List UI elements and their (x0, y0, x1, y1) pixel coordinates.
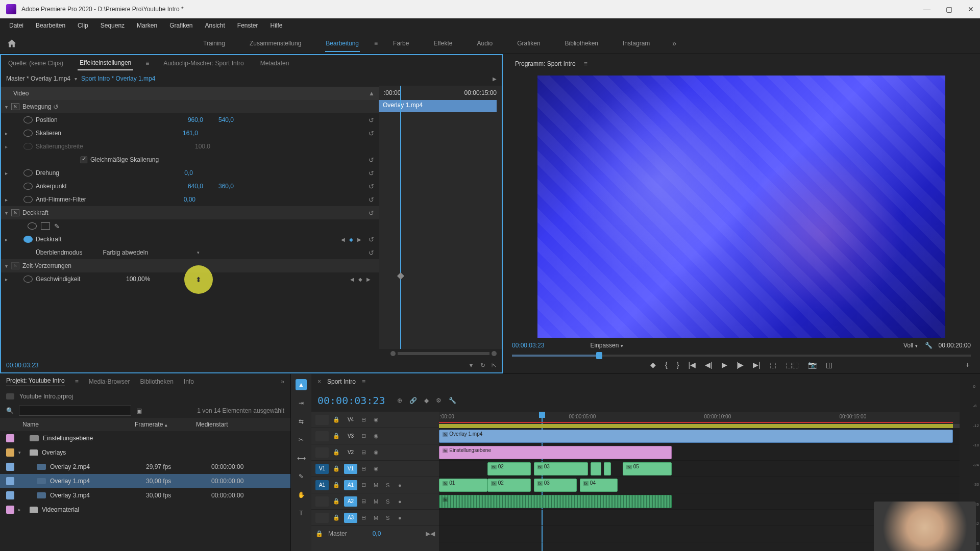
workspace-grafiken[interactable]: Grafiken (505, 36, 552, 51)
solo-a1[interactable]: S (386, 482, 394, 488)
target-a3[interactable]: A3 (344, 513, 357, 523)
fx-badge-time[interactable]: fx (11, 262, 19, 269)
clip-v1-02[interactable]: fx02 (487, 479, 531, 492)
disclosure-rotation[interactable]: ▸ (1, 170, 11, 176)
reset-opacity[interactable]: ↺ (366, 236, 376, 243)
position-x[interactable]: 960,0 (188, 116, 203, 123)
uniform-scale-checkbox[interactable] (81, 157, 87, 163)
anchor-y[interactable]: 360,0 (218, 183, 234, 190)
slip-tool-icon[interactable]: ⟷ (296, 453, 307, 464)
tab-audio-mixer[interactable]: Audioclip-Mischer: Sport Intro (161, 57, 246, 70)
go-in-icon[interactable]: |◀ (688, 361, 696, 369)
timeline-timecode[interactable]: 00:00:03:23 (317, 394, 385, 407)
type-tool-icon[interactable]: T (296, 508, 307, 519)
tab-menu-icon[interactable]: ≡ (145, 60, 149, 67)
workspace-bibliotheken[interactable]: Bibliotheken (553, 36, 610, 51)
kf-add-opacity[interactable]: ◆ (348, 237, 354, 242)
tab-libraries[interactable]: Bibliotheken (140, 378, 173, 385)
lift-icon[interactable]: ⬚ (770, 361, 776, 369)
disclosure-time-remap[interactable]: ▾ (1, 263, 11, 269)
label-swatch[interactable] (6, 463, 14, 471)
source-v1[interactable]: V1 (315, 464, 329, 474)
seq-menu-icon[interactable]: ≡ (362, 378, 365, 385)
disclosure-opacity-prop[interactable]: ▸ (1, 237, 11, 242)
settings-icon[interactable]: 🔧 (925, 342, 933, 349)
menu-sequenz[interactable]: Sequenz (95, 20, 130, 31)
list-item[interactable]: ▾ Overlays (0, 445, 290, 460)
wrench-icon[interactable]: 🔧 (449, 397, 456, 404)
record-a2[interactable]: ● (398, 498, 406, 505)
menu-hilfe[interactable]: Hilfe (265, 20, 288, 31)
clip-v2-04b[interactable] (604, 462, 611, 475)
resolution-dropdown[interactable]: Voll ▾ (903, 342, 918, 349)
list-item[interactable]: Overlay 3.mp4 30,00 fps 00:00:00:00 (0, 488, 290, 503)
disclosure-motion[interactable]: ▾ (1, 104, 11, 110)
col-mediastart[interactable]: Medienstart (196, 421, 284, 428)
speed-value[interactable]: 100,00% (126, 276, 150, 283)
eye-v4[interactable]: ◉ (374, 416, 382, 423)
stopwatch-scale[interactable] (23, 130, 33, 137)
lock-a2[interactable]: 🔒 (333, 498, 340, 505)
reset-opacity-section[interactable]: ↺ (366, 209, 376, 217)
video-monitor[interactable] (537, 76, 945, 338)
stopwatch-anchor[interactable] (23, 183, 33, 190)
extract-icon[interactable]: ⬚⬚ (786, 361, 799, 369)
mute-a1[interactable]: M (374, 482, 382, 488)
eye-v1[interactable]: ◉ (374, 465, 382, 472)
kf-next-speed[interactable]: ▶ (365, 277, 372, 282)
expand-icon[interactable]: ▾ (18, 450, 26, 455)
program-menu-icon[interactable]: ≡ (584, 60, 587, 67)
mute-a2[interactable]: M (374, 498, 382, 505)
master-clip-link[interactable]: Master * Overlay 1.mp4 (6, 75, 70, 82)
play-only-icon[interactable]: ▶ (493, 76, 497, 82)
stopwatch-speed[interactable] (23, 276, 33, 283)
sync-lock-a1[interactable]: ⊟ (361, 482, 370, 488)
clip-v4[interactable]: fxOverlay 1.mp4 (439, 430, 953, 443)
fx-badge-motion[interactable]: fx (11, 103, 19, 110)
kf-add-speed[interactable]: ◆ (357, 277, 363, 282)
menu-ansicht[interactable]: Ansicht (200, 20, 230, 31)
menu-bearbeiten[interactable]: Bearbeiten (31, 20, 70, 31)
eye-v3[interactable]: ◉ (374, 433, 382, 439)
menu-clip[interactable]: Clip (72, 20, 93, 31)
target-v1[interactable]: V1 (344, 464, 357, 474)
label-swatch[interactable] (6, 477, 14, 485)
selection-tool-icon[interactable]: ▲ (296, 379, 307, 390)
clip-v1-01[interactable]: fx01 (439, 479, 487, 492)
rotation-value[interactable]: 0,0 (184, 169, 193, 177)
list-item[interactable]: Overlay 2.mp4 29,97 fps 00:00:00:00 (0, 460, 290, 474)
reset-motion[interactable]: ↺ (52, 103, 61, 111)
reset-anchor[interactable]: ↺ (366, 183, 376, 190)
loop-icon[interactable]: ↻ (480, 362, 485, 369)
lock-master[interactable]: 🔒 (315, 530, 323, 537)
lock-v3[interactable]: 🔒 (333, 433, 340, 439)
clip-v2-05[interactable]: fx05 (623, 462, 671, 475)
reset-blend[interactable]: ↺ (366, 249, 376, 257)
workspace-farbe[interactable]: Farbe (381, 36, 421, 51)
list-item[interactable]: Overlay 1.mp4 30,00 fps 00:00:00:00 (0, 474, 290, 488)
col-framerate[interactable]: Framerate▴ (135, 421, 196, 428)
master-out-icon[interactable]: ▶◀ (426, 530, 435, 537)
reset-rotation[interactable]: ↺ (366, 169, 376, 177)
workspace-effekte[interactable]: Effekte (421, 36, 464, 51)
mute-a3[interactable]: M (374, 515, 382, 521)
marker-add-icon[interactable]: ◆ (424, 397, 429, 404)
sync-lock-v2[interactable]: ⊟ (361, 449, 370, 456)
tab-metadata[interactable]: Metadaten (258, 57, 291, 70)
razor-tool-icon[interactable]: ✂ (296, 434, 307, 445)
clip-a1[interactable]: fx (439, 495, 672, 508)
col-name[interactable]: Name (22, 421, 135, 428)
tab-effect-controls[interactable]: Effekteinstellungen (78, 56, 133, 70)
disclosure-antiflicker[interactable]: ▸ (1, 197, 11, 203)
mask-ellipse-icon[interactable] (28, 222, 37, 230)
target-a1[interactable]: A1 (344, 480, 357, 490)
label-swatch[interactable] (6, 434, 14, 442)
ec-timeline-clip[interactable]: Overlay 1.mp4 (379, 100, 497, 112)
step-back-icon[interactable]: ◀| (705, 361, 713, 369)
settings-icon[interactable]: ⚙ (436, 397, 442, 404)
fx-badge-opacity[interactable]: fx (11, 209, 19, 216)
in-point-icon[interactable]: { (665, 361, 668, 369)
seq-clip-link[interactable]: Sport Intro * Overlay 1.mp4 (81, 75, 155, 82)
reset-scale[interactable]: ↺ (366, 130, 376, 137)
filter-icon[interactable]: ▼ (468, 362, 474, 369)
